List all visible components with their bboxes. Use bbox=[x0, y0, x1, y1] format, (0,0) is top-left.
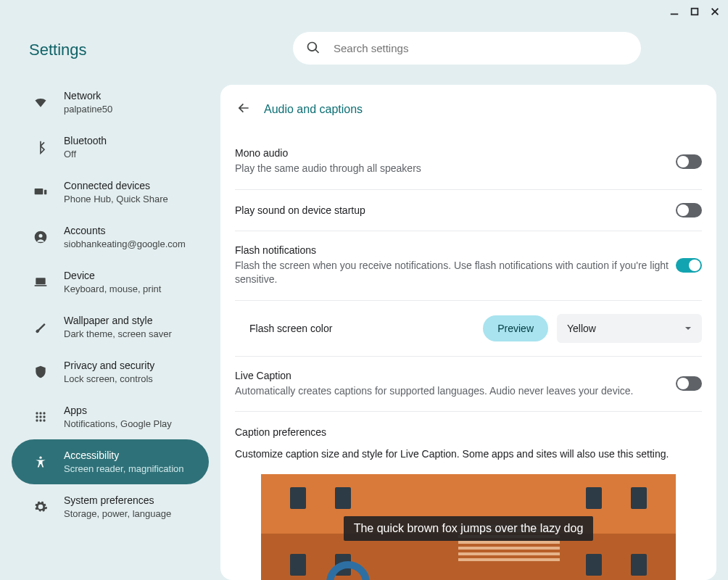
devices-icon bbox=[32, 183, 49, 201]
mono-audio-title: Mono audio bbox=[235, 147, 676, 159]
flash-color-select[interactable]: Yellow bbox=[557, 314, 702, 343]
brush-icon bbox=[32, 318, 49, 336]
live-caption-toggle[interactable] bbox=[676, 376, 702, 391]
svg-rect-4 bbox=[35, 188, 44, 194]
sidebar-item-sublabel: Keyboard, mouse, print bbox=[64, 283, 161, 294]
sidebar-item-label: Apps bbox=[64, 405, 172, 416]
sidebar-item-device[interactable]: DeviceKeyboard, mouse, print bbox=[12, 260, 209, 304]
sidebar-item-label: Bluetooth bbox=[64, 135, 107, 146]
flash-color-value: Yellow bbox=[567, 323, 596, 334]
search-bar[interactable] bbox=[293, 32, 641, 65]
caption-prefs-desc: Customize caption size and style for Liv… bbox=[235, 448, 702, 460]
flash-preview-button[interactable]: Preview bbox=[483, 315, 548, 341]
sidebar-item-sublabel: palpatine50 bbox=[64, 104, 112, 115]
flash-color-label: Flash screen color bbox=[249, 323, 474, 334]
flash-title: Flash notifications bbox=[235, 244, 676, 256]
app-title: Settings bbox=[0, 29, 220, 80]
svg-rect-5 bbox=[44, 190, 46, 195]
card-header: Audio and captions bbox=[220, 85, 716, 134]
search-icon bbox=[306, 41, 320, 55]
laptop-icon bbox=[32, 273, 49, 291]
svg-rect-1 bbox=[692, 9, 698, 15]
window-maximize-button[interactable] bbox=[687, 4, 702, 19]
sidebar-item-sublabel: siobhankeating@google.com bbox=[64, 239, 186, 249]
svg-point-10 bbox=[36, 412, 38, 414]
sidebar-item-label: Privacy and security bbox=[64, 360, 154, 371]
caption-preview-image: The quick brown fox jumps over the lazy … bbox=[261, 474, 676, 580]
row-live-caption: Live Caption Automatically creates capti… bbox=[235, 356, 702, 413]
svg-point-17 bbox=[39, 419, 41, 421]
sidebar-item-accessibility[interactable]: AccessibilityScreen reader, magnificatio… bbox=[12, 439, 209, 484]
sidebar-item-bluetooth[interactable]: BluetoothOff bbox=[12, 125, 209, 170]
sidebar-item-label: System preferences bbox=[64, 494, 171, 506]
sidebar-item-label: Accounts bbox=[64, 225, 186, 236]
sidebar-item-sublabel: Storage, power, language bbox=[64, 508, 171, 519]
breadcrumb: Audio and captions bbox=[264, 103, 363, 116]
startup-sound-title: Play sound on device startup bbox=[235, 204, 676, 216]
window-minimize-button[interactable] bbox=[667, 4, 682, 19]
live-caption-title: Live Caption bbox=[235, 370, 676, 381]
svg-point-11 bbox=[39, 412, 41, 414]
svg-point-18 bbox=[43, 419, 45, 421]
live-caption-desc: Automatically creates captions for suppo… bbox=[235, 384, 676, 399]
back-button[interactable] bbox=[236, 101, 251, 118]
account-icon bbox=[32, 228, 49, 246]
sidebar-item-label: Accessibility bbox=[64, 450, 183, 461]
settings-card: Audio and captions Mono audio Play the s… bbox=[220, 85, 716, 580]
sidebar-item-wallpaper[interactable]: Wallpaper and styleDark theme, screen sa… bbox=[12, 304, 209, 349]
sidebar-item-sublabel: Notifications, Google Play bbox=[64, 418, 172, 429]
row-startup-sound: Play sound on device startup bbox=[235, 190, 702, 231]
mono-audio-toggle[interactable] bbox=[676, 154, 702, 169]
accessibility-icon bbox=[32, 453, 49, 471]
sidebar-item-label: Device bbox=[64, 270, 161, 281]
apps-icon bbox=[32, 408, 49, 426]
svg-point-12 bbox=[43, 412, 45, 414]
sidebar-item-sublabel: Screen reader, magnification bbox=[64, 463, 183, 474]
svg-point-7 bbox=[39, 234, 43, 238]
svg-point-16 bbox=[36, 419, 38, 421]
chevron-down-icon bbox=[684, 325, 692, 332]
svg-rect-9 bbox=[35, 285, 47, 286]
sidebar-item-apps[interactable]: AppsNotifications, Google Play bbox=[12, 394, 209, 439]
caption-prefs-title: Caption preferences bbox=[235, 426, 702, 438]
flash-toggle[interactable] bbox=[676, 258, 702, 273]
window-titlebar bbox=[0, 0, 728, 23]
caption-preferences: Caption preferences Customize caption si… bbox=[220, 412, 716, 580]
sidebar-item-label: Connected devices bbox=[64, 180, 168, 191]
bluetooth-icon bbox=[32, 138, 49, 156]
wifi-icon bbox=[32, 94, 49, 111]
sidebar-item-network[interactable]: Networkpalpatine50 bbox=[12, 80, 209, 125]
sidebar-item-accounts[interactable]: Accountssiobhankeating@google.com bbox=[12, 215, 209, 260]
sidebar-item-sublabel: Dark theme, screen saver bbox=[64, 328, 172, 339]
row-mono-audio: Mono audio Play the same audio through a… bbox=[235, 134, 702, 190]
sidebar-item-sublabel: Off bbox=[64, 149, 107, 160]
caption-sample-text: The quick brown fox jumps over the lazy … bbox=[344, 516, 594, 541]
svg-rect-8 bbox=[36, 278, 45, 284]
sidebar: Settings Networkpalpatine50 BluetoothOff… bbox=[0, 23, 220, 580]
shield-icon bbox=[32, 363, 49, 381]
gear-icon bbox=[32, 498, 49, 515]
svg-point-14 bbox=[39, 415, 41, 418]
svg-point-15 bbox=[43, 415, 45, 418]
row-flash-color: Flash screen color Preview Yellow bbox=[235, 300, 702, 356]
flash-desc: Flash the screen when you receive notifi… bbox=[235, 259, 676, 287]
startup-sound-toggle[interactable] bbox=[676, 203, 702, 218]
sidebar-item-label: Wallpaper and style bbox=[64, 315, 172, 326]
svg-point-19 bbox=[39, 457, 41, 459]
sidebar-item-sublabel: Phone Hub, Quick Share bbox=[64, 194, 168, 204]
svg-point-13 bbox=[36, 415, 38, 418]
sidebar-item-connected-devices[interactable]: Connected devicesPhone Hub, Quick Share bbox=[12, 170, 209, 215]
window-close-button[interactable] bbox=[708, 4, 722, 19]
row-flash-notifications: Flash notifications Flash the screen whe… bbox=[235, 231, 702, 300]
sidebar-item-sublabel: Lock screen, controls bbox=[64, 373, 154, 384]
sidebar-item-system[interactable]: System preferencesStorage, power, langua… bbox=[12, 484, 209, 529]
mono-audio-desc: Play the same audio through all speakers bbox=[235, 162, 676, 176]
sidebar-item-label: Network bbox=[64, 90, 112, 102]
sidebar-item-privacy[interactable]: Privacy and securityLock screen, control… bbox=[12, 349, 209, 394]
search-input[interactable] bbox=[334, 42, 628, 54]
